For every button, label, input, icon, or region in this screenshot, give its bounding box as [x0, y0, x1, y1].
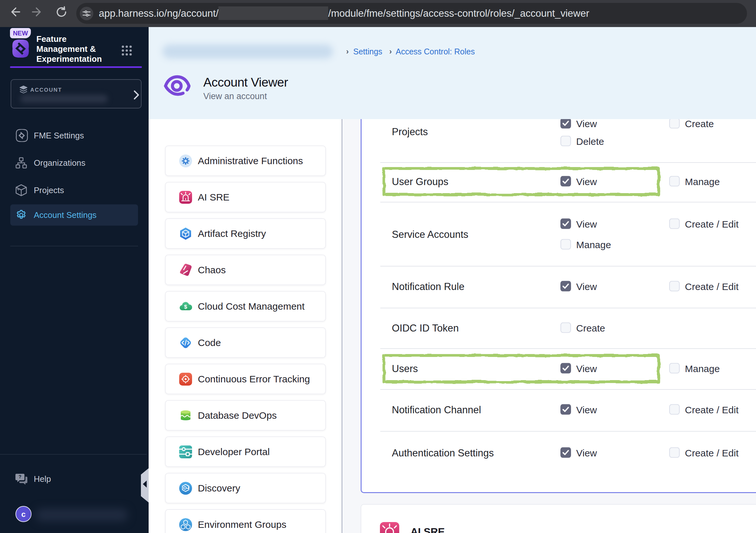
svg-text:$: $ [184, 304, 187, 310]
svg-text:?: ? [18, 474, 21, 479]
